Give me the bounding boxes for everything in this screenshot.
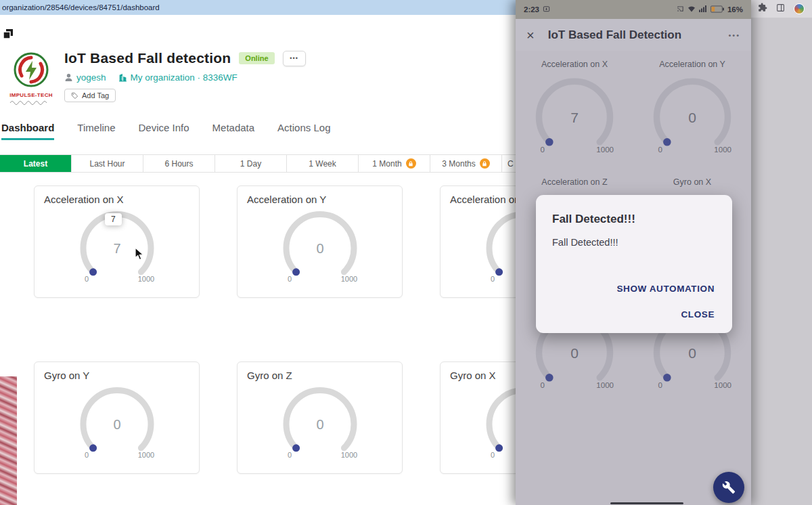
gauge-needle-dot (89, 268, 97, 276)
widget-title: Acceleration on X (44, 194, 189, 205)
gauge-tooltip: 7 (105, 213, 122, 225)
tab-actions-log[interactable]: Actions Log (277, 122, 330, 140)
range-c[interactable]: C (502, 155, 516, 172)
widget-title: Gyro on Z (247, 370, 392, 381)
page-title: IoT Based Fall detection (64, 50, 231, 66)
range-latest[interactable]: Latest (0, 155, 72, 172)
logo-brand-text: IMPULSE-TECH (1, 92, 61, 98)
fall-detected-dialog: Fall Detected!!! Fall Detected!!! SHOW A… (536, 195, 732, 333)
side-panel-icon[interactable] (776, 3, 785, 15)
gauge-min: 0 (287, 451, 291, 459)
widget-card-acceleration-on-y[interactable]: Acceleration on Y001000 (237, 185, 403, 298)
range-label: 1 Month (372, 159, 401, 169)
screen: organization/28546/devices/84751/dashboa… (0, 0, 812, 505)
gauge-max: 1000 (340, 275, 357, 283)
lock-icon (480, 158, 490, 169)
desktop-wallpaper-strip (0, 376, 17, 505)
gauge-min: 0 (490, 275, 494, 283)
show-automation-button[interactable]: SHOW AUTOMATION (613, 281, 719, 297)
logo-tagline-script (9, 99, 53, 105)
gauge-needle-dot (89, 444, 97, 452)
gauge-max: 1000 (137, 275, 154, 283)
range-last-hour[interactable]: Last Hour (72, 155, 143, 172)
device-tabs: Dashboard Timeline Device Info Metadata … (1, 122, 330, 140)
range-1-day[interactable]: 1 Day (215, 155, 287, 172)
close-dialog-button[interactable]: CLOSE (677, 307, 719, 322)
device-organization[interactable]: My organization · 8336WF (118, 72, 238, 83)
gauge-needle-dot (495, 268, 503, 276)
device-menu-button[interactable]: ••• (283, 51, 306, 66)
gauge-gyro-on-z: 001000 (247, 381, 392, 460)
gauge-needle-dot (495, 444, 503, 452)
gauge-value: 0 (316, 417, 323, 432)
wrench-icon (722, 481, 736, 494)
add-tag-label: Add Tag (82, 91, 109, 100)
gauge-min: 0 (84, 275, 88, 283)
person-icon (64, 73, 73, 82)
range-label: C (508, 159, 514, 169)
lock-icon (406, 158, 416, 169)
widget-card-gyro-on-z[interactable]: Gyro on Z001000 (237, 361, 403, 474)
impulse-tech-logo: IMPULSE-TECH (1, 51, 61, 105)
widget-card-gyro-on-y[interactable]: Gyro on Y001000 (34, 361, 200, 474)
gauge-acceleration-on-y: 001000 (247, 205, 392, 284)
restore-window-icon[interactable] (3, 28, 14, 39)
extensions-icon[interactable] (758, 3, 767, 15)
gauge-chart: 001000 (266, 381, 374, 460)
gauge-chart: 001000 (266, 205, 374, 284)
range-6-hours[interactable]: 6 Hours (143, 155, 215, 172)
device-dashboard-page: IMPULSE-TECH IoT Based Fall detection On… (0, 15, 516, 505)
device-header: IoT Based Fall detection Online ••• yoge… (64, 50, 306, 102)
dialog-message: Fall Detected!!! (552, 237, 716, 248)
gauge-needle-dot (292, 268, 300, 276)
range-label: 6 Hours (164, 159, 193, 169)
owner-name: yogesh (76, 72, 106, 83)
tab-device-info[interactable]: Device Info (139, 122, 189, 140)
gauge-min: 0 (84, 451, 88, 459)
gauge-min: 0 (287, 275, 291, 283)
browser-url-bar[interactable]: organization/28546/devices/84751/dashboa… (0, 0, 516, 15)
gauge-value: 0 (113, 417, 120, 432)
gauge-max: 1000 (340, 451, 357, 459)
mouse-cursor (135, 247, 145, 264)
gauge-value: 7 (113, 241, 120, 256)
gesture-bar (610, 502, 683, 504)
gauge-gyro-on-y: 001000 (44, 381, 189, 460)
organization-name: My organization · 8336WF (131, 72, 238, 83)
browser-right-chrome (751, 0, 812, 505)
range-1-week[interactable]: 1 Week (287, 155, 359, 172)
status-badge: Online (239, 52, 274, 64)
dialog-actions: SHOW AUTOMATION CLOSE (613, 281, 719, 322)
tab-dashboard[interactable]: Dashboard (1, 122, 54, 140)
widget-title: Gyro on Y (44, 370, 189, 381)
add-tag-button[interactable]: Add Tag (64, 89, 116, 102)
tab-metadata[interactable]: Metadata (212, 122, 255, 140)
profile-avatar[interactable] (794, 3, 805, 14)
gauge-value: 0 (316, 241, 323, 256)
range-label: 1 Day (240, 159, 261, 169)
range-1-month[interactable]: 1 Month (359, 155, 430, 172)
range-bar: LatestLast Hour6 Hours1 Day1 Week1 Month… (0, 154, 516, 173)
phone-screenshot: 2:23 16% (516, 0, 751, 505)
logo-mark-icon (13, 51, 49, 88)
range-label: Latest (24, 159, 47, 169)
tag-icon (71, 92, 78, 100)
gauge-needle-dot (292, 444, 300, 452)
gauge-chart: 001000 (63, 381, 171, 460)
device-owner[interactable]: yogesh (64, 72, 106, 83)
browser-toolbar-right (751, 0, 812, 18)
gauge-max: 1000 (137, 451, 154, 459)
url-text: organization/28546/devices/84751/dashboa… (2, 3, 160, 12)
organization-icon (118, 73, 127, 82)
range-3-months[interactable]: 3 Months (430, 155, 502, 172)
range-label: Last Hour (89, 159, 125, 169)
dialog-title: Fall Detected!!! (552, 213, 716, 226)
gauge-min: 0 (490, 451, 494, 459)
automation-fab[interactable] (713, 472, 744, 503)
widget-title: Acceleration on Y (247, 194, 392, 205)
range-label: 3 Months (442, 159, 475, 169)
tab-timeline[interactable]: Timeline (77, 122, 115, 140)
range-label: 1 Week (309, 159, 336, 169)
widget-card-acceleration-on-x[interactable]: Acceleration on X7010007 (34, 185, 200, 298)
